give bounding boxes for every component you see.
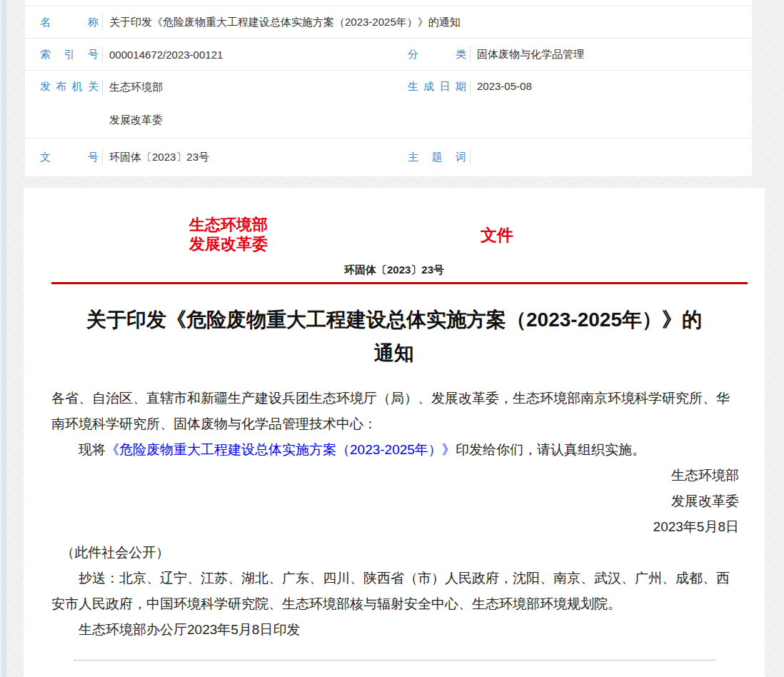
document-number: 环固体〔2023〕23号 — [24, 264, 765, 277]
document-title: 关于印发《危险废物重大工程建设总体实施方案（2023-2025年）》的通知 — [80, 303, 708, 370]
meta-row-issuer-date: 发布机关 生态环境部 发展改革委 生成日期 2023-05-08 — [25, 70, 752, 138]
issuer-line-1: 生态环境部 — [109, 80, 163, 94]
body-suffix: 印发给你们，请认真组织实施。 — [456, 442, 645, 457]
meta-row-index-category: 索引号 000014672/2023-00121 分类 固体废物与化学品管理 — [25, 38, 752, 70]
meta-value-docno: 环固体〔2023〕23号 — [109, 151, 209, 164]
signature-date: 2023年5月8日 — [51, 514, 739, 540]
meta-label-docno: 文号 — [40, 151, 99, 164]
plan-link[interactable]: 《危险废物重大工程建设总体实施方案（2023-2025年）》 — [106, 442, 456, 457]
letterhead-agency-1: 生态环境部 — [189, 215, 268, 234]
label-divider — [102, 46, 103, 63]
signature-block: 生态环境部 发展改革委 2023年5月8日 — [51, 463, 739, 540]
meta-value-issuer: 生态环境部 发展改革委 — [109, 80, 163, 127]
letterhead-agencies: 生态环境部 发展改革委 — [189, 215, 268, 254]
document-sheet: 生态环境部 发展改革委 文件 环固体〔2023〕23号 关于印发《危险废物重大工… — [24, 188, 765, 677]
meta-value-name: 关于印发《危险废物重大工程建设总体实施方案（2023-2025年）》的通知 — [109, 16, 461, 29]
metadata-table: 名称 关于印发《危险废物重大工程建设总体实施方案（2023-2025年）》的通知… — [25, 0, 752, 176]
signature-agency-2: 发展改革委 — [51, 488, 739, 514]
signature-agency-1: 生态环境部 — [51, 463, 739, 488]
body-prefix: 现将 — [79, 442, 106, 457]
body-paragraph: 现将《危险废物重大工程建设总体实施方案（2023-2025年）》印发给你们，请认… — [51, 437, 739, 463]
red-rule — [51, 282, 748, 284]
letterhead: 生态环境部 发展改革委 文件 — [24, 215, 765, 254]
meta-row-name: 名称 关于印发《危险废物重大工程建设总体实施方案（2023-2025年）》的通知 — [25, 6, 752, 38]
meta-row-docno-subject: 文号 环固体〔2023〕23号 主题词 — [25, 138, 752, 176]
label-divider — [470, 149, 471, 166]
letterhead-file-label: 文件 — [481, 224, 513, 246]
label-divider — [102, 14, 103, 31]
cc-note: 抄送：北京、辽宁、江苏、湖北、广东、四川、陕西省（市）人民政府，沈阳、南京、武汉… — [51, 566, 739, 617]
label-divider — [470, 80, 471, 97]
meta-value-date: 2023-05-08 — [477, 80, 532, 92]
label-divider — [470, 46, 471, 63]
document-text: 各省、自治区、直辖市和新疆生产建设兵团生态环境厅（局）、发展改革委，生态环境部南… — [51, 386, 739, 661]
label-divider — [102, 80, 103, 97]
salutation: 各省、自治区、直辖市和新疆生产建设兵团生态环境厅（局）、发展改革委，生态环境部南… — [51, 386, 739, 437]
left-edge-strip — [1, 0, 6, 677]
meta-label-subject: 主题词 — [408, 151, 466, 164]
meta-value-index: 000014672/2023-00121 — [109, 49, 223, 61]
meta-label-name: 名称 — [40, 16, 99, 29]
issuer-line-2: 发展改革委 — [109, 113, 163, 127]
print-note: 生态环境部办公厅2023年5月8日印发 — [51, 617, 739, 643]
letterhead-agency-2: 发展改革委 — [189, 234, 268, 254]
meta-value-category: 固体废物与化学品管理 — [477, 48, 584, 61]
meta-label-date: 生成日期 — [408, 80, 466, 94]
public-disclosure-note: （此件社会公开） — [51, 540, 739, 566]
dotted-divider — [74, 660, 715, 661]
meta-label-category: 分类 — [408, 48, 466, 61]
meta-label-index: 索引号 — [40, 48, 99, 61]
label-divider — [102, 149, 103, 166]
meta-label-issuer: 发布机关 — [40, 80, 99, 94]
